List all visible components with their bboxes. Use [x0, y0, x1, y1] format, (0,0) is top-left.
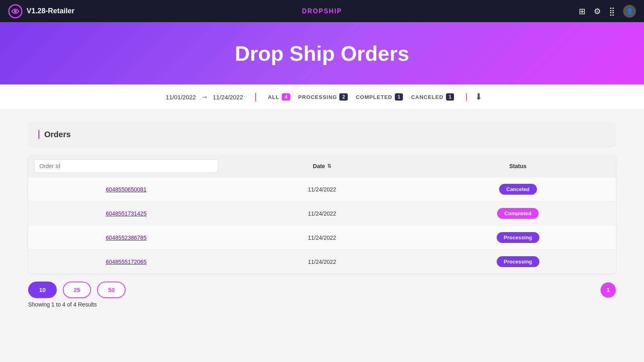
date-cell: 11/24/2022	[224, 250, 420, 274]
sort-icon: ⇅	[327, 163, 331, 169]
table-header: Date ⇅ Status	[28, 155, 616, 177]
status-badge: Canceled	[499, 184, 537, 195]
order-id-link[interactable]: 6048555172065	[106, 259, 147, 265]
date-to: 11/24/2022	[213, 94, 243, 101]
tab-processing-badge: 2	[339, 93, 348, 101]
table-row: 6048550650081 11/24/2022 Canceled	[28, 177, 616, 201]
date-from: 11/01/2022	[166, 94, 196, 101]
status-cell: Processing	[420, 226, 616, 249]
filter-bar: 11/01/2022 → 11/24/2022 ALL 4 PROCESSING…	[0, 84, 644, 110]
status-col-label: Status	[509, 163, 526, 169]
page-banner: Drop Ship Orders	[0, 22, 644, 84]
status-cell: Completed	[420, 202, 616, 225]
top-nav: V1.28-Retailer DROPSHIP ⊞ ⚙ ⣿ 👤	[0, 0, 644, 22]
tab-all[interactable]: ALL 4	[268, 93, 290, 101]
tab-completed-badge: 1	[395, 93, 403, 101]
date-col-label: Date	[313, 163, 325, 169]
order-id-link[interactable]: 6048550650081	[106, 186, 147, 193]
order-id-cell: 6048555172065	[28, 250, 224, 274]
status-badge: Processing	[497, 232, 539, 243]
date-range: 11/01/2022 → 11/24/2022	[154, 93, 256, 101]
tab-processing-label: PROCESSING	[298, 94, 337, 100]
status-col-header: Status	[420, 155, 616, 177]
table-row: 6048551731425 11/24/2022 Completed	[28, 201, 616, 225]
status-badge: Processing	[497, 256, 539, 267]
order-id-cell: 6048551731425	[28, 202, 224, 225]
order-id-input[interactable]	[34, 159, 218, 173]
status-cell: Canceled	[420, 177, 616, 201]
tab-canceled-label: CANCELED	[411, 94, 443, 100]
user-avatar[interactable]: 👤	[623, 5, 636, 18]
app-version: V1.28-Retailer	[27, 7, 74, 15]
orders-section: Orders	[28, 122, 616, 147]
table-row: 6048555172065 11/24/2022 Processing	[28, 249, 616, 274]
table-body: 6048550650081 11/24/2022 Canceled 604855…	[28, 177, 616, 274]
page-1-button[interactable]: 1	[601, 282, 616, 298]
status-badge: Completed	[497, 208, 539, 219]
date-cell: 11/24/2022	[224, 202, 420, 225]
orders-table: Date ⇅ Status 6048550650081 11/24/2022 C…	[28, 155, 616, 274]
download-section: ⬇	[467, 92, 490, 102]
orders-heading: Orders	[38, 130, 71, 139]
table-icon[interactable]: ⊞	[579, 6, 586, 16]
download-button[interactable]: ⬇	[475, 92, 482, 102]
tab-all-label: ALL	[268, 94, 279, 100]
order-id-cell: 6048552386785	[28, 226, 224, 249]
nav-right-icons: ⊞ ⚙ ⣿ 👤	[579, 5, 636, 18]
tab-canceled[interactable]: CANCELED 1	[411, 93, 454, 101]
logo-icon	[8, 4, 23, 19]
date-cell: 11/24/2022	[224, 177, 420, 201]
svg-point-1	[14, 10, 17, 12]
date-col-header: Date ⇅	[224, 155, 420, 177]
showing-text: Showing 1 to 4 of 4 Results	[28, 301, 616, 308]
page-title: Drop Ship Orders	[235, 41, 409, 66]
per-page-25-button[interactable]: 25	[63, 282, 91, 298]
main-content: Orders Date ⇅ Status 6048550650081 11/24…	[0, 110, 644, 320]
tab-processing[interactable]: PROCESSING 2	[298, 93, 348, 101]
tab-canceled-badge: 1	[446, 93, 454, 101]
order-id-link[interactable]: 6048552386785	[106, 234, 147, 241]
table-row: 6048552386785 11/24/2022 Processing	[28, 225, 616, 249]
nav-center-label: DROPSHIP	[302, 8, 342, 15]
status-cell: Processing	[420, 250, 616, 274]
date-cell: 11/24/2022	[224, 226, 420, 249]
per-page-10-button[interactable]: 10	[28, 282, 57, 298]
filter-tabs: ALL 4 PROCESSING 2 COMPLETED 1 CANCELED …	[256, 93, 467, 101]
pagination-bar: 10 25 50 1	[28, 282, 616, 298]
tab-completed[interactable]: COMPLETED 1	[356, 93, 403, 101]
app-logo: V1.28-Retailer	[8, 4, 74, 19]
search-cell	[28, 155, 224, 177]
gear-icon[interactable]: ⚙	[594, 6, 601, 16]
order-id-cell: 6048550650081	[28, 177, 224, 201]
per-page-50-button[interactable]: 50	[97, 282, 126, 298]
order-id-link[interactable]: 6048551731425	[106, 210, 147, 217]
tab-completed-label: COMPLETED	[356, 94, 392, 100]
grid-icon[interactable]: ⣿	[609, 6, 615, 16]
tab-all-badge: 4	[282, 93, 290, 101]
arrow-icon: →	[201, 93, 208, 101]
